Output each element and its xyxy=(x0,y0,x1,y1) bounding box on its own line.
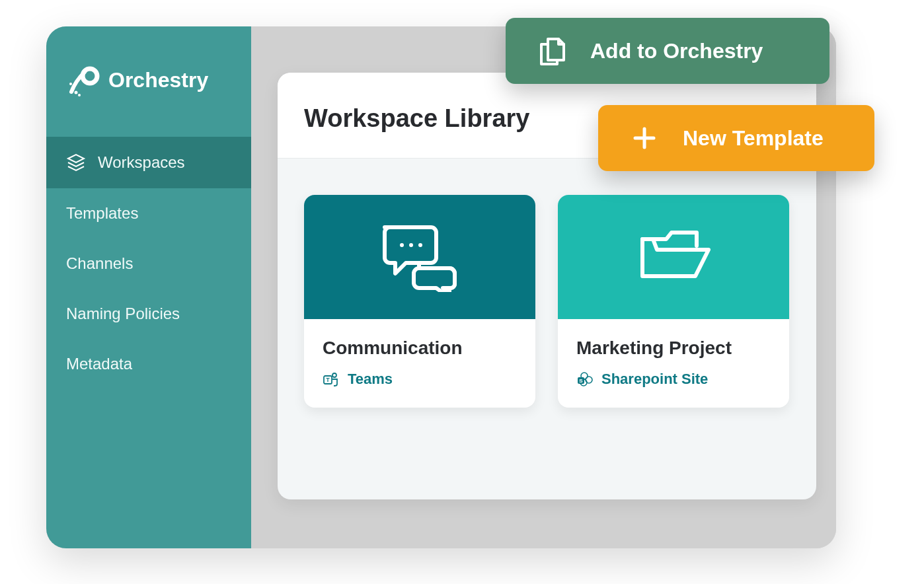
cards-row: Communication T Teams xyxy=(278,159,816,444)
card-body: Communication T Teams xyxy=(304,319,535,408)
sidebar-item-label: Templates xyxy=(66,204,138,223)
add-to-orchestry-button[interactable]: Add to Orchestry xyxy=(506,18,829,84)
workspaces-icon xyxy=(66,153,86,172)
svg-point-1 xyxy=(71,87,75,91)
sidebar-item-label: Workspaces xyxy=(98,153,185,172)
card-hero xyxy=(558,195,789,319)
sidebar-item-workspaces[interactable]: Workspaces xyxy=(46,137,251,188)
card-platform: S Sharepoint Site xyxy=(576,371,771,388)
svg-text:T: T xyxy=(326,377,330,383)
button-label: Add to Orchestry xyxy=(590,39,763,63)
svg-point-2 xyxy=(75,91,78,94)
card-hero xyxy=(304,195,535,319)
template-card-marketing-project[interactable]: Marketing Project S xyxy=(558,195,789,408)
svg-point-6 xyxy=(409,243,413,247)
sidebar-item-naming-policies[interactable]: Naming Policies xyxy=(46,289,251,339)
sidebar-item-metadata[interactable]: Metadata xyxy=(46,339,251,389)
teams-icon: T xyxy=(323,371,340,388)
card-body: Marketing Project S xyxy=(558,319,789,408)
button-label: New Template xyxy=(683,126,824,151)
svg-point-10 xyxy=(332,373,336,377)
sidebar-item-label: Channels xyxy=(66,254,133,273)
sidebar-item-templates[interactable]: Templates xyxy=(46,188,251,238)
svg-text:S: S xyxy=(579,378,583,384)
card-platform-label: Teams xyxy=(348,371,393,388)
card-title: Communication xyxy=(323,338,517,359)
chat-bubbles-icon xyxy=(377,219,463,295)
sidebar-item-channels[interactable]: Channels xyxy=(46,238,251,289)
folder-open-icon xyxy=(631,219,716,295)
plus-icon xyxy=(627,121,662,155)
sidebar-item-label: Metadata xyxy=(66,355,132,373)
card-platform-label: Sharepoint Site xyxy=(601,371,708,388)
svg-point-7 xyxy=(418,243,422,247)
svg-point-3 xyxy=(69,83,72,85)
orchestry-logo-icon xyxy=(66,63,100,97)
sidebar-item-label: Naming Policies xyxy=(66,305,180,323)
svg-point-4 xyxy=(78,94,81,96)
template-card-communication[interactable]: Communication T Teams xyxy=(304,195,535,408)
card-title: Marketing Project xyxy=(576,338,771,359)
floating-actions: Add to Orchestry New Template xyxy=(506,18,874,171)
card-platform: T Teams xyxy=(323,371,517,388)
sidebar: Orchestry Workspaces Templates Channels … xyxy=(46,26,251,548)
new-template-button[interactable]: New Template xyxy=(598,105,874,171)
copy-document-icon xyxy=(535,34,569,68)
sharepoint-icon: S xyxy=(576,371,594,388)
svg-point-5 xyxy=(400,243,404,247)
brand-name: Orchestry xyxy=(108,68,208,92)
logo: Orchestry xyxy=(46,63,251,137)
